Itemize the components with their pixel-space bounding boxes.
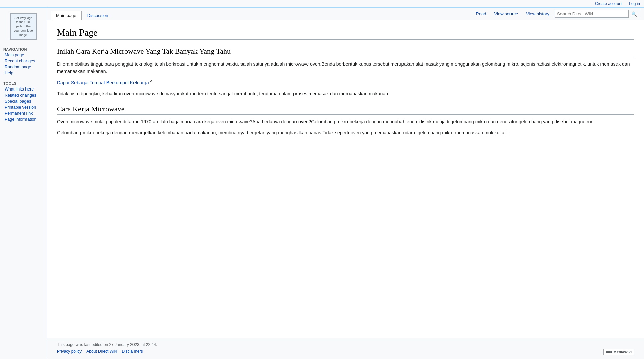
- section-microwave-link-para: Dapur Sebagai Tempat Berkumpul Keluarga↗: [57, 79, 634, 86]
- footer-link-privacy[interactable]: Privacy policy: [57, 349, 82, 355]
- footer-last-edited: This page was last edited on 27 January …: [57, 342, 157, 347]
- navigation-nav: Main page Recent changes Random page Hel…: [0, 52, 47, 76]
- section-microwave-para-after: Tidak bisa dipungkiri, kehadiran oven mi…: [57, 90, 634, 97]
- tab-view-history[interactable]: View history: [523, 10, 552, 18]
- sidebar: Set $wgLogo to the URL path to the your …: [0, 8, 47, 359]
- tools-nav: What links here Related changes Special …: [0, 86, 47, 122]
- sidebar-item-help[interactable]: Help: [0, 70, 47, 76]
- section-heading-cara-kerja: Cara Kerja Microwave: [57, 105, 634, 115]
- search-form: 🔍: [555, 10, 640, 18]
- tab-view-source[interactable]: View source: [492, 10, 521, 18]
- sidebar-item-permanent-link[interactable]: Permanent link: [0, 110, 47, 116]
- section-cara-kerja-para1: Oven microwave mulai populer di tahun 19…: [57, 118, 634, 125]
- site-logo: Set $wgLogo to the URL path to the your …: [10, 13, 37, 40]
- logo-line3: path to the: [16, 24, 31, 29]
- footer: This page was last edited on 27 January …: [47, 338, 644, 359]
- page-title: Main Page: [57, 27, 634, 40]
- navigation-label: Navigation: [0, 46, 47, 52]
- sidebar-item-what-links-here[interactable]: What links here: [0, 86, 47, 92]
- sidebar-item-printable-version[interactable]: Printable version: [0, 104, 47, 110]
- powered-by-badge: ■■■ MediaWiki: [603, 349, 634, 355]
- logo-line5: image.: [19, 33, 28, 37]
- external-link-icon: ↗: [149, 79, 152, 83]
- create-account-link[interactable]: Create account: [595, 1, 622, 6]
- tools-section: Tools What links here Related changes Sp…: [0, 80, 47, 122]
- logo-line1: Set $wgLogo: [14, 16, 32, 20]
- sidebar-item-recent-changes[interactable]: Recent changes: [0, 58, 47, 64]
- sidebar-item-main-page[interactable]: Main page: [0, 52, 47, 58]
- tab-discussion[interactable]: Discussion: [82, 11, 113, 20]
- footer-link-disclaimers[interactable]: Disclaimers: [122, 349, 143, 355]
- search-input[interactable]: [555, 10, 629, 18]
- section-cara-kerja-para2: Gelombang mikro bekerja dengan menargetk…: [57, 129, 634, 136]
- section-microwave-para1: Di era mobilitas tinggi, para penggiat t…: [57, 60, 634, 75]
- page-content: Main Page Inilah Cara Kerja Microwave Ya…: [47, 20, 644, 338]
- footer-link-about[interactable]: About Direct Wiki: [86, 349, 117, 355]
- top-bar: Create account · Log in: [0, 0, 644, 8]
- log-in-link[interactable]: Log in: [629, 1, 640, 6]
- tab-main-page[interactable]: Main page: [51, 11, 82, 20]
- section-heading-microwave: Inilah Cara Kerja Microwave Yang Tak Ban…: [57, 47, 634, 57]
- logo-area: Set $wgLogo to the URL path to the your …: [0, 10, 47, 43]
- sidebar-item-random-page[interactable]: Random page: [0, 64, 47, 70]
- sidebar-item-special-pages[interactable]: Special pages: [0, 98, 47, 104]
- logo-line2: to the URL: [16, 20, 31, 24]
- sidebar-item-page-information[interactable]: Page information: [0, 116, 47, 122]
- tab-read[interactable]: Read: [473, 10, 489, 18]
- tab-bar-left: Main page Discussion: [51, 8, 114, 20]
- tools-label: Tools: [0, 80, 47, 86]
- logo-line4: your own logo: [14, 28, 33, 33]
- search-button[interactable]: 🔍: [629, 10, 640, 18]
- mediawiki-logo: ■■■ MediaWiki: [606, 350, 632, 354]
- tab-bar-right: Read View source View history 🔍: [473, 8, 640, 20]
- sidebar-item-related-changes[interactable]: Related changes: [0, 92, 47, 98]
- footer-links: Privacy policy About Direct Wiki Disclai…: [57, 349, 634, 355]
- nav-section: Navigation Main page Recent changes Rand…: [0, 46, 47, 76]
- tab-bar: Main page Discussion Read View source Vi…: [47, 8, 644, 20]
- dapur-link[interactable]: Dapur Sebagai Tempat Berkumpul Keluarga: [57, 80, 149, 85]
- footer-bottom: This page was last edited on 27 January …: [57, 342, 634, 347]
